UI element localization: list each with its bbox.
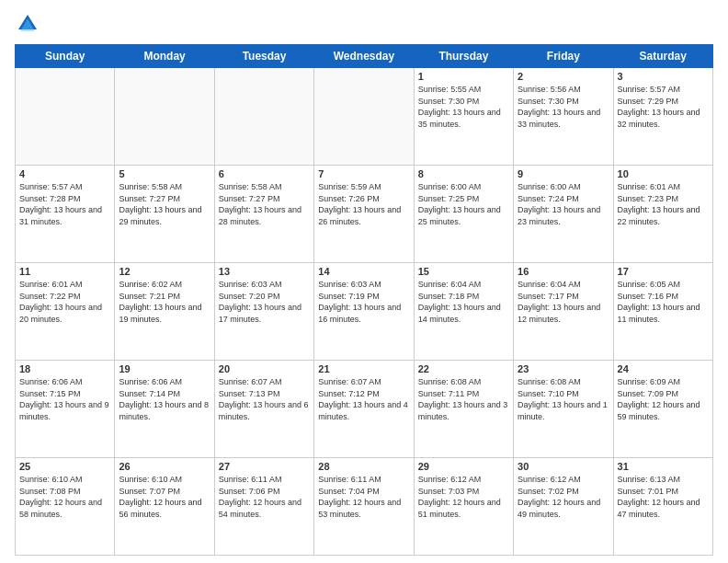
- calendar-week-row: 25Sunrise: 6:10 AMSunset: 7:08 PMDayligh…: [16, 458, 713, 556]
- calendar-cell: 20Sunrise: 6:07 AMSunset: 7:13 PMDayligh…: [214, 361, 313, 458]
- calendar-cell: 13Sunrise: 6:03 AMSunset: 7:20 PMDayligh…: [214, 263, 313, 361]
- calendar-cell: 21Sunrise: 6:07 AMSunset: 7:12 PMDayligh…: [314, 361, 414, 458]
- day-number: 12: [119, 266, 210, 277]
- day-info: Sunrise: 6:11 AMSunset: 7:04 PMDaylight:…: [318, 474, 409, 520]
- day-info: Sunrise: 5:58 AMSunset: 7:27 PMDaylight:…: [219, 181, 310, 227]
- calendar-cell: 12Sunrise: 6:02 AMSunset: 7:21 PMDayligh…: [115, 263, 214, 361]
- calendar-cell: 27Sunrise: 6:11 AMSunset: 7:06 PMDayligh…: [214, 458, 313, 556]
- calendar-cell: 8Sunrise: 6:00 AMSunset: 7:25 PMDaylight…: [414, 166, 513, 263]
- day-info: Sunrise: 6:06 AMSunset: 7:14 PMDaylight:…: [119, 376, 210, 422]
- calendar-cell: [16, 68, 115, 166]
- day-info: Sunrise: 5:57 AMSunset: 7:29 PMDaylight:…: [618, 84, 709, 130]
- calendar-cell: 29Sunrise: 6:12 AMSunset: 7:03 PMDayligh…: [414, 458, 513, 556]
- calendar-cell: 5Sunrise: 5:58 AMSunset: 7:27 PMDaylight…: [115, 166, 214, 263]
- day-info: Sunrise: 6:04 AMSunset: 7:18 PMDaylight:…: [418, 279, 509, 325]
- calendar-cell: 7Sunrise: 5:59 AMSunset: 7:26 PMDaylight…: [314, 166, 414, 263]
- day-number: 2: [518, 71, 609, 82]
- day-number: 21: [318, 363, 409, 374]
- weekday-header: Sunday: [16, 45, 115, 68]
- day-number: 25: [19, 461, 110, 472]
- day-info: Sunrise: 6:10 AMSunset: 7:07 PMDaylight:…: [119, 474, 210, 520]
- day-number: 3: [618, 71, 709, 82]
- day-number: 23: [518, 363, 609, 374]
- day-number: 29: [418, 461, 509, 472]
- weekday-header: Thursday: [414, 45, 513, 68]
- day-info: Sunrise: 6:07 AMSunset: 7:13 PMDaylight:…: [219, 376, 310, 422]
- calendar-cell: [115, 68, 214, 166]
- calendar-week-row: 1Sunrise: 5:55 AMSunset: 7:30 PMDaylight…: [16, 68, 713, 166]
- calendar-cell: 30Sunrise: 6:12 AMSunset: 7:02 PMDayligh…: [514, 458, 613, 556]
- weekday-header: Tuesday: [214, 45, 313, 68]
- calendar-cell: 3Sunrise: 5:57 AMSunset: 7:29 PMDaylight…: [613, 68, 712, 166]
- day-info: Sunrise: 6:07 AMSunset: 7:12 PMDaylight:…: [318, 376, 409, 422]
- day-info: Sunrise: 6:12 AMSunset: 7:02 PMDaylight:…: [518, 474, 609, 520]
- day-number: 5: [119, 168, 210, 179]
- day-info: Sunrise: 6:00 AMSunset: 7:24 PMDaylight:…: [518, 181, 609, 227]
- calendar-week-row: 11Sunrise: 6:01 AMSunset: 7:22 PMDayligh…: [16, 263, 713, 361]
- calendar-cell: 24Sunrise: 6:09 AMSunset: 7:09 PMDayligh…: [613, 361, 712, 458]
- calendar: SundayMondayTuesdayWednesdayThursdayFrid…: [15, 44, 713, 556]
- day-number: 4: [19, 168, 110, 179]
- calendar-cell: 26Sunrise: 6:10 AMSunset: 7:07 PMDayligh…: [115, 458, 214, 556]
- weekday-header: Saturday: [613, 45, 712, 68]
- day-info: Sunrise: 6:05 AMSunset: 7:16 PMDaylight:…: [618, 279, 709, 325]
- day-number: 16: [518, 266, 609, 277]
- day-info: Sunrise: 6:08 AMSunset: 7:11 PMDaylight:…: [418, 376, 509, 422]
- logo-icon: [15, 11, 40, 37]
- day-info: Sunrise: 6:11 AMSunset: 7:06 PMDaylight:…: [219, 474, 310, 520]
- day-number: 9: [518, 168, 609, 179]
- calendar-cell: 23Sunrise: 6:08 AMSunset: 7:10 PMDayligh…: [514, 361, 613, 458]
- calendar-cell: 6Sunrise: 5:58 AMSunset: 7:27 PMDaylight…: [214, 166, 313, 263]
- day-info: Sunrise: 6:01 AMSunset: 7:22 PMDaylight:…: [19, 279, 110, 325]
- day-info: Sunrise: 6:04 AMSunset: 7:17 PMDaylight:…: [518, 279, 609, 325]
- day-number: 31: [618, 461, 709, 472]
- calendar-cell: 1Sunrise: 5:55 AMSunset: 7:30 PMDaylight…: [414, 68, 513, 166]
- day-number: 24: [618, 363, 709, 374]
- day-info: Sunrise: 5:56 AMSunset: 7:30 PMDaylight:…: [518, 84, 609, 130]
- calendar-page: SundayMondayTuesdayWednesdayThursdayFrid…: [0, 0, 728, 563]
- calendar-cell: 15Sunrise: 6:04 AMSunset: 7:18 PMDayligh…: [414, 263, 513, 361]
- day-number: 15: [418, 266, 509, 277]
- day-number: 19: [119, 363, 210, 374]
- calendar-cell: 11Sunrise: 6:01 AMSunset: 7:22 PMDayligh…: [16, 263, 115, 361]
- calendar-cell: 22Sunrise: 6:08 AMSunset: 7:11 PMDayligh…: [414, 361, 513, 458]
- calendar-cell: 2Sunrise: 5:56 AMSunset: 7:30 PMDaylight…: [514, 68, 613, 166]
- day-info: Sunrise: 6:02 AMSunset: 7:21 PMDaylight:…: [119, 279, 210, 325]
- weekday-header: Wednesday: [314, 45, 414, 68]
- day-info: Sunrise: 6:00 AMSunset: 7:25 PMDaylight:…: [418, 181, 509, 227]
- day-info: Sunrise: 6:08 AMSunset: 7:10 PMDaylight:…: [518, 376, 609, 422]
- calendar-week-row: 18Sunrise: 6:06 AMSunset: 7:15 PMDayligh…: [16, 361, 713, 458]
- header: [15, 11, 713, 37]
- day-info: Sunrise: 5:55 AMSunset: 7:30 PMDaylight:…: [418, 84, 509, 130]
- logo: [15, 11, 44, 37]
- day-info: Sunrise: 6:03 AMSunset: 7:20 PMDaylight:…: [219, 279, 310, 325]
- day-number: 1: [418, 71, 509, 82]
- calendar-cell: 18Sunrise: 6:06 AMSunset: 7:15 PMDayligh…: [16, 361, 115, 458]
- calendar-week-row: 4Sunrise: 5:57 AMSunset: 7:28 PMDaylight…: [16, 166, 713, 263]
- day-info: Sunrise: 6:03 AMSunset: 7:19 PMDaylight:…: [318, 279, 409, 325]
- calendar-cell: 19Sunrise: 6:06 AMSunset: 7:14 PMDayligh…: [115, 361, 214, 458]
- calendar-cell: [214, 68, 313, 166]
- calendar-cell: 9Sunrise: 6:00 AMSunset: 7:24 PMDaylight…: [514, 166, 613, 263]
- calendar-cell: 10Sunrise: 6:01 AMSunset: 7:23 PMDayligh…: [613, 166, 712, 263]
- day-info: Sunrise: 5:59 AMSunset: 7:26 PMDaylight:…: [318, 181, 409, 227]
- day-info: Sunrise: 6:12 AMSunset: 7:03 PMDaylight:…: [418, 474, 509, 520]
- calendar-cell: [314, 68, 414, 166]
- day-number: 10: [618, 168, 709, 179]
- day-info: Sunrise: 6:01 AMSunset: 7:23 PMDaylight:…: [618, 181, 709, 227]
- weekday-header: Monday: [115, 45, 214, 68]
- day-number: 26: [119, 461, 210, 472]
- day-number: 6: [219, 168, 310, 179]
- day-number: 8: [418, 168, 509, 179]
- day-number: 13: [219, 266, 310, 277]
- day-number: 18: [19, 363, 110, 374]
- day-number: 7: [318, 168, 409, 179]
- calendar-cell: 17Sunrise: 6:05 AMSunset: 7:16 PMDayligh…: [613, 263, 712, 361]
- day-number: 30: [518, 461, 609, 472]
- day-info: Sunrise: 5:58 AMSunset: 7:27 PMDaylight:…: [119, 181, 210, 227]
- calendar-cell: 28Sunrise: 6:11 AMSunset: 7:04 PMDayligh…: [314, 458, 414, 556]
- day-info: Sunrise: 5:57 AMSunset: 7:28 PMDaylight:…: [19, 181, 110, 227]
- day-number: 14: [318, 266, 409, 277]
- calendar-cell: 31Sunrise: 6:13 AMSunset: 7:01 PMDayligh…: [613, 458, 712, 556]
- day-number: 27: [219, 461, 310, 472]
